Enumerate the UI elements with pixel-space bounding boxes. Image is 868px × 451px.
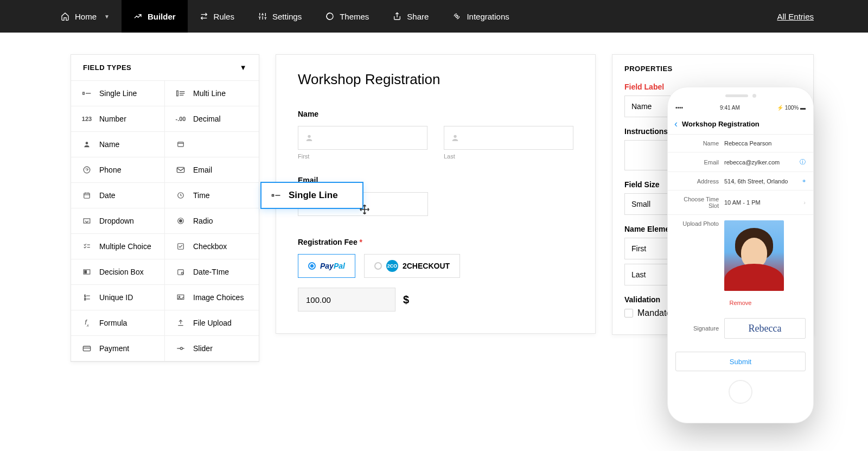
field-type-icon: [176, 267, 186, 277]
move-cursor-icon: [359, 204, 370, 215]
field-type-label: Unique ID: [99, 293, 133, 302]
field-type-file-upload[interactable]: File Upload: [165, 310, 259, 336]
field-type-label: Decision Box: [99, 268, 144, 276]
first-name-input[interactable]: [298, 126, 427, 150]
field-type-icon: [176, 88, 186, 98]
nav-integrations[interactable]: Integrations: [441, 0, 521, 33]
field-type-phone[interactable]: Phone: [71, 157, 165, 183]
nav-home[interactable]: Home ▼: [49, 0, 122, 33]
form-title: Workshop Registration: [298, 71, 573, 88]
phone-email-field[interactable]: Emailrebecca@zylker.comⓘ: [668, 153, 813, 172]
svg-point-39: [454, 135, 456, 138]
field-type-label: Name: [99, 140, 119, 149]
checkbox-icon: [624, 309, 633, 317]
field-type-icon: [176, 318, 186, 328]
field-type-dropdown[interactable]: Dropdown: [71, 208, 165, 234]
field-type-label: Decimal: [193, 115, 221, 123]
nav-builder-label: Builder: [148, 12, 176, 21]
phone-header: ‹ Workshop Registration: [668, 114, 813, 135]
field-type-icon: [176, 190, 186, 200]
field-type-label: Multiple Choice: [99, 242, 151, 251]
phone-photo-field[interactable]: Upload Photo: [668, 215, 813, 296]
field-type-radio[interactable]: Radio: [165, 208, 259, 234]
field-type-label: Single Line: [99, 89, 137, 98]
last-name-input[interactable]: [444, 126, 573, 150]
dragging-field-label: Single Line: [289, 190, 338, 201]
info-icon: ⓘ: [800, 158, 806, 166]
field-type-label: Radio: [193, 217, 213, 225]
currency-label: $: [403, 294, 409, 306]
phone-slot-field[interactable]: Choose Time Slot10 AM - 1 PM›: [668, 190, 813, 215]
field-type-icon: [176, 344, 186, 353]
svg-point-1: [456, 15, 458, 17]
svg-point-11: [84, 167, 90, 173]
field-type-email[interactable]: Email: [165, 157, 259, 183]
field-type-label: Payment: [99, 344, 129, 353]
nav-themes-label: Themes: [340, 12, 369, 21]
signature-box[interactable]: Rebecca: [724, 318, 806, 339]
field-type-icon: 12: [82, 293, 92, 302]
field-type-date-time[interactable]: Date-TIme: [165, 259, 259, 285]
field-type-icon: [82, 344, 92, 353]
remove-photo-link[interactable]: Remove: [668, 300, 813, 306]
field-type-multi-line[interactable]: Multi Line: [165, 81, 259, 106]
nav-home-label: Home: [75, 12, 97, 21]
svg-rect-41: [272, 195, 274, 196]
field-type-label: Time: [193, 191, 210, 200]
field-type-label: Dropdown: [99, 217, 134, 225]
field-type-image-choices[interactable]: Image Choices: [165, 285, 259, 310]
uploaded-photo: [724, 220, 784, 291]
field-type-icon: [82, 190, 92, 200]
field-type-decision-box[interactable]: Decision Box: [71, 259, 165, 285]
field-type-name[interactable]: Name: [71, 132, 165, 157]
field-type-payment[interactable]: Payment: [71, 336, 165, 361]
svg-point-20: [180, 220, 182, 223]
fee-amount-input[interactable]: [298, 288, 395, 312]
field-type-label: Slider: [193, 344, 213, 353]
svg-text:1: 1: [84, 294, 86, 297]
top-nav: Home ▼ Builder Rules Settings Themes Sha…: [0, 0, 868, 33]
nav-share[interactable]: Share: [381, 0, 441, 33]
phone-signature-field[interactable]: Signature Rebecca: [668, 313, 813, 344]
paypal-option[interactable]: PayPal: [298, 254, 355, 278]
back-icon[interactable]: ‹: [674, 118, 678, 130]
nav-rules[interactable]: Rules: [188, 0, 246, 33]
field-type-label: Multi Line: [193, 89, 226, 98]
field-type-single-line[interactable]: Single Line: [71, 81, 165, 106]
field-type-checkbox[interactable]: Checkbox: [165, 234, 259, 259]
field-type-decimal[interactable]: -.00Decimal: [165, 106, 259, 132]
svg-point-33: [179, 296, 180, 297]
dragging-field[interactable]: Single Line: [260, 182, 363, 209]
2checkout-option[interactable]: 2CO 2CHECKOUT: [364, 254, 460, 278]
field-type-slider[interactable]: Slider: [165, 336, 259, 361]
nav-themes[interactable]: Themes: [314, 0, 381, 33]
field-types-header[interactable]: FIELD TYPES ▼: [71, 55, 259, 81]
phone-preview: •••• 9:41 AM ⚡ 100% ▬ ‹ Workshop Registr…: [667, 87, 814, 423]
submit-button[interactable]: Submit: [675, 352, 806, 371]
field-type-multiple-choice[interactable]: Multiple Choice: [71, 234, 165, 259]
field-type-time[interactable]: Time: [165, 183, 259, 208]
phone-address-field[interactable]: Address514, 6th Street, Orlando⌖: [668, 172, 813, 190]
nav-settings[interactable]: Settings: [246, 0, 314, 33]
phone-name-field[interactable]: NameRebecca Pearson: [668, 135, 813, 153]
location-icon: ⌖: [802, 177, 806, 185]
field-type-number[interactable]: 123Number: [71, 106, 165, 132]
name-label: Name: [298, 110, 573, 118]
svg-rect-12: [177, 167, 184, 172]
fee-label: Registration Fee *: [298, 238, 573, 246]
field-types-title: FIELD TYPES: [83, 63, 131, 72]
field-type-label: Date-TIme: [193, 268, 229, 276]
svg-rect-2: [83, 92, 85, 94]
field-type-icon: -.00: [176, 114, 186, 124]
home-icon: [61, 12, 69, 21]
field-type-formula[interactable]: fxFormula: [71, 310, 165, 336]
nav-builder[interactable]: Builder: [122, 0, 188, 33]
field-type-label: Formula: [99, 319, 127, 327]
phone-home-button: [729, 380, 752, 404]
all-entries-link[interactable]: All Entries: [777, 12, 814, 21]
field-type-unique-id[interactable]: 12Unique ID: [71, 285, 165, 310]
field-type-date[interactable]: Date: [71, 183, 165, 208]
radio-selected-icon: [308, 262, 316, 270]
field-type-blank[interactable]: [165, 132, 259, 157]
field-type-icon: [82, 165, 92, 175]
